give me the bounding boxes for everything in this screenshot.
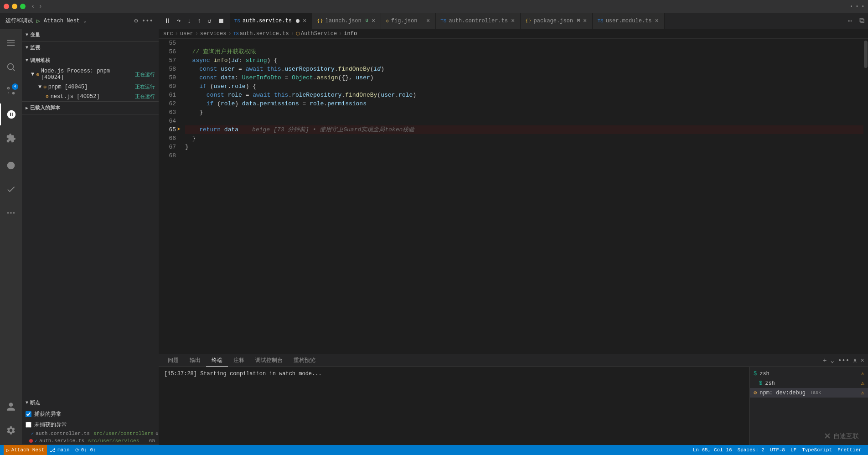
- run-debug-more[interactable]: •••: [142, 17, 153, 25]
- run-debug-gear[interactable]: ⚙: [134, 17, 138, 25]
- status-spaces[interactable]: Spaces: 2: [735, 445, 767, 455]
- bp-caught[interactable]: 捕获的异常: [22, 409, 159, 419]
- terminal-process-zsh1[interactable]: $ zsh ⚠: [750, 369, 868, 378]
- terminal-close-icon[interactable]: ×: [861, 357, 864, 364]
- callstack-header[interactable]: ▼ 调用堆栈: [22, 54, 159, 67]
- breadcrumb-user[interactable]: user: [180, 31, 193, 37]
- process-pnpm[interactable]: ▼ ⚙ pnpm [40045] 正在运行: [22, 82, 159, 92]
- activity-more[interactable]: [0, 202, 22, 224]
- tab-close-btn[interactable]: ×: [425, 16, 431, 26]
- status-prettier[interactable]: Prettier: [835, 445, 864, 455]
- terminal-tab-comments[interactable]: 注释: [228, 355, 250, 367]
- terminal-collapse-icon[interactable]: ∧: [853, 357, 857, 364]
- tab-close-btn[interactable]: ×: [371, 16, 376, 26]
- bp-file-service[interactable]: ✓ auth.service.ts src/user/services 65: [22, 437, 159, 445]
- terminal-add-icon[interactable]: +: [823, 357, 827, 364]
- terminal-tab-output[interactable]: 输出: [184, 355, 206, 367]
- status-branch[interactable]: ⎇ main: [47, 445, 72, 455]
- activity-extensions[interactable]: [0, 127, 22, 149]
- status-branch-name: main: [57, 447, 69, 453]
- status-line-col[interactable]: Ln 65, Col 16: [690, 445, 735, 455]
- terminal-more-icon[interactable]: ⌄: [831, 357, 834, 364]
- status-debug-item[interactable]: ▷ Attach Nest: [4, 445, 47, 455]
- activity-source-control[interactable]: 4: [0, 80, 22, 102]
- breakpoints-header[interactable]: ▼ 断点: [22, 397, 159, 409]
- code-editor[interactable]: 55 56 57 58 59 60 61 62 63 64 65 66 67 6…: [159, 39, 868, 354]
- svg-point-4: [10, 212, 12, 214]
- git-blame-annotation: beige [73 分钟前] • 使用守卫Guard实现全局token校验: [252, 125, 414, 134]
- terminal-process-task[interactable]: ⚙ npm: dev:debug Task ⚠: [750, 388, 868, 398]
- close-button[interactable]: [4, 4, 9, 9]
- terminal-zsh2-label: zsh: [765, 380, 775, 387]
- editor-scrollbar[interactable]: [863, 39, 868, 354]
- watch-header[interactable]: ▼ 监视: [22, 41, 159, 54]
- terminal-tab-refactor[interactable]: 重构预览: [288, 355, 321, 367]
- debug-restart[interactable]: ↺: [206, 16, 213, 26]
- status-eol[interactable]: LF: [788, 445, 799, 455]
- variables-header[interactable]: ▼ 变量: [22, 29, 159, 41]
- process-nest[interactable]: ⚙ nest.js [40052] 正在运行: [22, 92, 159, 101]
- activity-explorer[interactable]: [0, 32, 22, 54]
- breakpoints-section: ▼ 断点 捕获的异常 未捕获的异常 ✓ auth.controller.ts s…: [22, 397, 159, 445]
- activity-remote[interactable]: [0, 155, 22, 176]
- window-icon-3[interactable]: ▪: [861, 4, 864, 9]
- bp-file-controller[interactable]: ✓ auth.controller.ts src/user/controller…: [22, 430, 159, 437]
- breadcrumb-info[interactable]: info: [344, 31, 357, 37]
- tab-user-module[interactable]: TS user.module.ts ×: [593, 13, 664, 29]
- nav-back-icon[interactable]: ‹: [31, 3, 35, 10]
- run-debug-chevron[interactable]: ⌄: [83, 18, 87, 24]
- tab-close-btn[interactable]: ×: [582, 16, 588, 26]
- activity-settings[interactable]: [0, 419, 22, 441]
- status-sync[interactable]: ⟳ 0↓ 0↑: [72, 445, 99, 455]
- tab-auth-service[interactable]: TS auth.service.ts ×: [230, 13, 313, 29]
- scrollbar-thumb[interactable]: [864, 41, 868, 68]
- tab-launch-json[interactable]: {} launch.json U ×: [312, 13, 381, 29]
- breadcrumb-authservice-class[interactable]: ⬡AuthService: [296, 31, 337, 37]
- nav-forward-icon[interactable]: ›: [38, 3, 42, 10]
- debug-continue[interactable]: ⏸: [162, 16, 172, 26]
- activity-debug[interactable]: [0, 103, 22, 125]
- code-line-58: const user = await this.userRepository.f…: [185, 65, 868, 73]
- window-icon-1[interactable]: ▪: [850, 4, 853, 9]
- split-editor-icon[interactable]: ⧉: [856, 16, 868, 25]
- tab-package-json[interactable]: {} package.json M ×: [521, 13, 593, 29]
- status-encoding[interactable]: UTF-8: [767, 445, 788, 455]
- activity-accounts[interactable]: [0, 396, 22, 418]
- terminal-dots-icon[interactable]: •••: [838, 357, 849, 364]
- breadcrumb-src[interactable]: src: [163, 31, 173, 37]
- breadcrumb-services[interactable]: services: [200, 31, 227, 37]
- tab-auth-controller[interactable]: TS auth.controller.ts ×: [436, 13, 521, 29]
- maximize-button[interactable]: [20, 4, 26, 9]
- process-pnpm-name: pnpm [40045]: [48, 84, 133, 90]
- terminal-tab-debug-console[interactable]: 调试控制台: [250, 355, 288, 367]
- tab-close-btn[interactable]: ×: [510, 16, 516, 26]
- debug-step-over[interactable]: ↷: [175, 16, 182, 26]
- process-node[interactable]: ▼ ⚙ Node.js Process: pnpm [40024] 正在运行: [22, 67, 159, 82]
- breadcrumb-authservice-ts[interactable]: TSauth.service.ts: [233, 31, 289, 37]
- tab-close-btn[interactable]: ×: [302, 16, 307, 26]
- tabs-more-icon[interactable]: ⋯: [844, 16, 856, 26]
- terminal-zsh1-icon: $: [754, 371, 757, 377]
- status-lang[interactable]: TypeScript: [799, 445, 835, 455]
- terminal-process-zsh2[interactable]: $ zsh ⚠: [750, 378, 868, 388]
- activity-test[interactable]: [0, 178, 22, 200]
- terminal-tab-terminal[interactable]: 终端: [206, 355, 228, 367]
- bp-uncaught-checkbox[interactable]: [26, 422, 31, 428]
- activity-search[interactable]: [0, 56, 22, 78]
- loaded-scripts-header[interactable]: ▶ 已载入的脚本: [22, 102, 159, 114]
- sidebar-spacer: [22, 114, 159, 397]
- terminal-tab-problems[interactable]: 问题: [162, 355, 184, 367]
- bp-caught-checkbox[interactable]: [26, 411, 31, 417]
- window-icon-2[interactable]: ▪: [856, 4, 859, 9]
- tab-fig-json[interactable]: ◇ fig.json ×: [381, 13, 436, 29]
- ln-67: 67: [159, 143, 176, 151]
- debug-stop[interactable]: ⏹: [216, 16, 226, 26]
- terminal-output[interactable]: [15:37:28] Starting compilation in watch…: [159, 367, 749, 445]
- variables-section: ▼ 变量: [22, 29, 159, 41]
- status-lang-label: TypeScript: [802, 447, 832, 453]
- debug-step-into[interactable]: ↓: [185, 16, 192, 26]
- tab-close-btn[interactable]: ×: [654, 16, 659, 26]
- bp-uncaught[interactable]: 未捕获的异常: [22, 419, 159, 430]
- minimize-button[interactable]: [12, 4, 17, 9]
- debug-step-out[interactable]: ↑: [196, 16, 203, 26]
